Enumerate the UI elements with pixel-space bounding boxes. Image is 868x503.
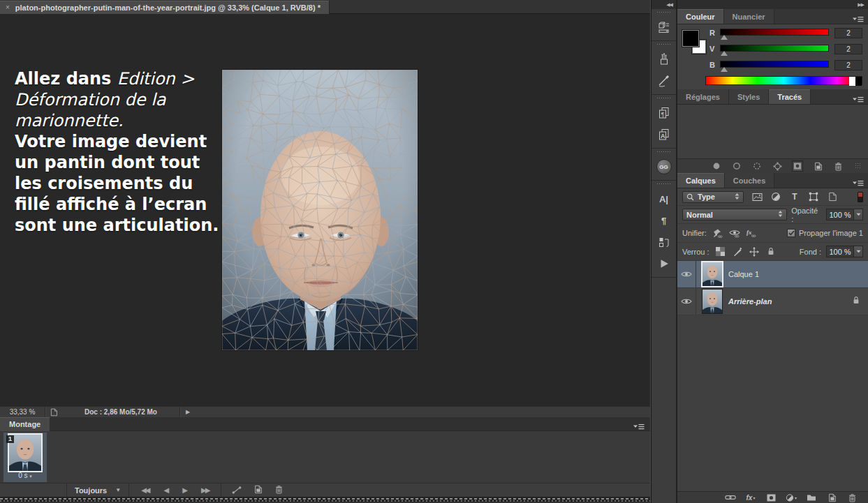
red-value-field[interactable]: 2 (834, 28, 862, 38)
actions-play-icon[interactable] (656, 256, 672, 271)
color-spectrum-ramp[interactable] (705, 76, 862, 85)
white-swatch[interactable] (849, 77, 855, 86)
document-tab[interactable]: × platon-photographer-putin-man-of-the-y… (0, 1, 330, 15)
filter-smart-objects-icon[interactable] (827, 191, 838, 202)
opacity-value[interactable]: 100 % (826, 209, 854, 220)
stroke-path-icon[interactable] (731, 160, 742, 172)
lock-transparency-icon[interactable] (715, 246, 726, 257)
save-status-icon[interactable] (45, 408, 62, 416)
tab-styles[interactable]: Styles (729, 89, 769, 104)
layer-visibility-eye-icon[interactable] (677, 288, 696, 315)
first-frame-button[interactable]: ◀◀ (141, 486, 149, 494)
tab-traces[interactable]: Tracés (769, 89, 811, 104)
unify-style-fx-icon[interactable]: fx (746, 227, 757, 239)
blue-slider-thumb[interactable] (721, 67, 728, 72)
new-path-icon[interactable] (812, 160, 823, 172)
layer-thumbnail[interactable] (703, 290, 722, 313)
new-group-folder-icon[interactable] (806, 492, 817, 503)
layer-style-fx-icon[interactable]: fx▾ (745, 492, 756, 503)
status-options-arrow-icon[interactable]: ▶ (180, 409, 196, 415)
character-panel-icon[interactable]: A| (656, 191, 672, 207)
propagate-frame-checkbox[interactable] (787, 229, 795, 237)
blue-slider[interactable] (720, 61, 829, 68)
blue-value-field[interactable]: 2 (834, 60, 862, 70)
layer-comps-icon[interactable] (656, 234, 672, 250)
fill-path-icon[interactable] (711, 160, 722, 172)
link-layers-icon[interactable] (725, 492, 736, 503)
filter-type-dropdown[interactable]: Type (682, 191, 744, 203)
black-swatch[interactable] (855, 77, 862, 86)
tab-couleur[interactable]: Couleur (677, 9, 724, 24)
chevron-down-icon[interactable] (854, 246, 863, 257)
layer-visibility-eye-icon[interactable] (677, 261, 696, 287)
tab-reglages[interactable]: Réglages (677, 89, 729, 104)
red-slider-thumb[interactable] (721, 35, 728, 40)
character-styles-icon[interactable]: A (656, 127, 672, 142)
red-slider[interactable] (720, 29, 829, 36)
green-slider-thumb[interactable] (721, 51, 728, 56)
filter-adjustment-layers-icon[interactable] (770, 191, 781, 202)
green-value-field[interactable]: 2 (834, 44, 862, 54)
unify-visibility-eye-icon[interactable] (729, 227, 740, 239)
foreground-color-swatch[interactable] (682, 30, 699, 47)
panel-menu-icon[interactable] (852, 177, 864, 190)
unify-position-pin-icon[interactable] (712, 227, 723, 239)
panel-menu-icon[interactable] (852, 93, 864, 106)
background-lock-icon[interactable] (853, 295, 860, 308)
blend-mode-dropdown[interactable]: Normal (682, 209, 787, 220)
filter-shape-layers-icon[interactable] (808, 191, 819, 202)
tab-montage[interactable]: Montage (0, 417, 50, 431)
paths-list-empty[interactable] (677, 105, 868, 159)
add-layer-mask-icon[interactable] (765, 492, 777, 503)
layer-row-calque-1[interactable]: Calque 1 (677, 261, 868, 288)
close-icon[interactable]: × (6, 1, 10, 15)
collapse-dock-arrows-icon[interactable]: ▶▶ (677, 0, 868, 9)
path-as-selection-icon[interactable] (751, 160, 763, 172)
canvas-area[interactable]: Allez dans Edition > Déformation de la m… (0, 14, 650, 406)
fill-control[interactable]: 100 % (826, 246, 863, 257)
timeline-scrollbar[interactable] (0, 497, 650, 502)
lock-pixels-brush-icon[interactable] (732, 246, 743, 257)
loop-mode-dropdown[interactable]: Toujours ▼ (67, 483, 129, 497)
paragraph-styles-icon[interactable]: ¶ (656, 105, 672, 121)
document-image[interactable] (222, 70, 418, 350)
layer-thumbnail[interactable] (703, 262, 722, 286)
document-size-info[interactable]: Doc : 2,86 Mo/5,72 Mo (62, 408, 179, 416)
tab-calques[interactable]: Calques (677, 173, 725, 188)
animation-frame-1[interactable]: 1 0 s ▾ (3, 433, 47, 482)
lock-all-icon[interactable] (765, 246, 777, 257)
delete-frame-trash-icon[interactable] (274, 484, 284, 497)
filter-text-layers-icon[interactable]: T (789, 191, 800, 202)
green-slider[interactable] (720, 45, 829, 52)
gg-extension-icon[interactable]: GG (656, 159, 672, 174)
lock-position-move-icon[interactable] (749, 246, 760, 257)
tool-presets-icon[interactable] (656, 20, 672, 35)
filtering-toggle-switch[interactable] (858, 192, 863, 202)
tween-frames-icon[interactable] (232, 484, 242, 497)
delete-layer-trash-icon[interactable] (846, 492, 858, 503)
tab-couches[interactable]: Couches (725, 173, 774, 188)
new-adjustment-layer-icon[interactable]: ▾ (786, 492, 797, 503)
next-frame-button[interactable]: ▶▶ (201, 486, 209, 494)
zoom-level-field[interactable]: 33,33 % (0, 408, 45, 416)
clone-source-icon[interactable] (656, 73, 672, 89)
opacity-control[interactable]: 100 % (826, 209, 863, 220)
frame-delay-selector[interactable]: 0 s ▾ (3, 472, 47, 479)
filter-pixel-layers-icon[interactable] (751, 191, 763, 202)
selection-as-path-icon[interactable] (772, 160, 783, 172)
chevron-down-icon[interactable] (854, 209, 863, 220)
expand-dock-arrows-icon[interactable]: ◀◀ (652, 0, 676, 9)
brush-presets-icon[interactable] (656, 52, 672, 67)
panel-resize-grip[interactable] (855, 163, 861, 169)
tab-nuancier[interactable]: Nuancier (724, 9, 774, 24)
new-layer-icon[interactable] (826, 492, 837, 503)
fill-value[interactable]: 100 % (826, 246, 854, 257)
play-button[interactable]: ▶ (182, 486, 186, 494)
new-frame-icon[interactable] (253, 484, 263, 497)
layer-name[interactable]: Calque 1 (728, 270, 759, 278)
add-mask-icon[interactable] (792, 160, 803, 172)
delete-path-trash-icon[interactable] (832, 160, 844, 172)
layer-name[interactable]: Arrière-plan (728, 297, 772, 306)
layer-row-arriere-plan[interactable]: Arrière-plan (677, 288, 868, 315)
previous-frame-button[interactable]: ◀ (164, 486, 168, 494)
